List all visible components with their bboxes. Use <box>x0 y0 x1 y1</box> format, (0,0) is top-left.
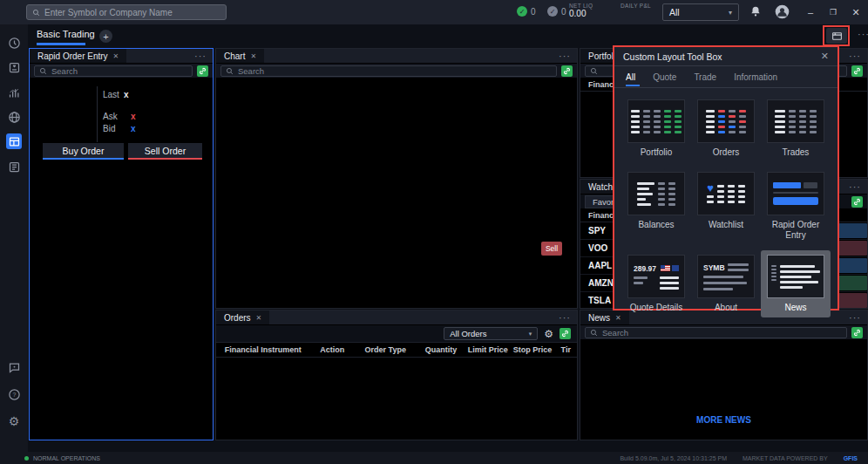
orders-table-icon <box>697 99 755 143</box>
close-icon[interactable]: ✕ <box>250 52 256 60</box>
fills-counter[interactable]: ✓ 0 <box>547 6 566 17</box>
link-group-icon[interactable] <box>197 65 208 77</box>
notifications-bell-icon[interactable] <box>749 5 762 21</box>
link-group-icon[interactable] <box>561 65 573 77</box>
rapid-order-entry-tab[interactable]: Rapid Order Entry ✕ <box>30 49 126 63</box>
link-group-icon[interactable] <box>559 328 571 339</box>
fills-status-icon: ✓ <box>547 6 558 17</box>
chevron-down-icon: ▾ <box>729 9 732 17</box>
status-bar: NORMAL OPERATIONS Build 5.09.0m, Jul 5, … <box>0 452 868 464</box>
close-icon[interactable]: ✕ <box>113 52 119 60</box>
close-icon[interactable]: ✕ <box>256 314 262 322</box>
link-group-icon[interactable] <box>851 196 863 208</box>
news-search-row <box>580 325 867 340</box>
toolbox-tab-trade[interactable]: Trade <box>694 68 716 86</box>
bid-label: Bid <box>103 124 115 133</box>
chart-search-input[interactable] <box>238 66 552 76</box>
toolbox-item-portfolio[interactable]: Portfolio <box>621 95 691 162</box>
minimize-button[interactable]: – <box>800 0 821 24</box>
data-provider[interactable]: GFIS <box>844 455 858 461</box>
top-bar: ✓ 0 ✓ 0 NET LIQ 0.00 DAILY P&L All ▾ – ❐… <box>0 0 868 24</box>
panel-menu-button[interactable]: ··· <box>553 310 577 324</box>
ask-value[interactable]: x <box>131 112 136 121</box>
toolbox-tab-quote[interactable]: Quote <box>653 68 676 86</box>
column-header[interactable]: Stop Price <box>510 345 554 354</box>
watchlist-card-icon[interactable] <box>6 59 22 75</box>
column-header[interactable]: Limit Price <box>465 345 510 354</box>
column-header[interactable]: Action <box>310 345 355 354</box>
close-icon[interactable]: ✕ <box>821 51 829 62</box>
toolbox-item-balances[interactable]: Balances <box>621 167 691 245</box>
flags-icon <box>661 265 679 271</box>
workspace-menu-button[interactable]: ··· <box>851 29 868 39</box>
trading-layout-icon-active[interactable] <box>6 133 22 149</box>
toolbox-item-rapid-order-entry[interactable]: Rapid Order Entry <box>761 167 831 245</box>
feedback-chat-icon[interactable] <box>6 359 22 375</box>
add-workspace-tab-button[interactable]: + <box>99 30 112 43</box>
operations-status: NORMAL OPERATIONS <box>33 455 100 461</box>
rapid-search-box[interactable] <box>34 65 193 77</box>
maximize-button[interactable]: ❐ <box>823 0 844 24</box>
chart-sell-tag[interactable]: Sell <box>541 242 562 256</box>
column-header[interactable]: Tir <box>554 345 577 354</box>
toolbox-titlebar: Custom Layout Tool Box ✕ <box>614 47 837 66</box>
market-data-powered-by: MARKET DATA POWERED BY <box>743 455 828 461</box>
settings-gear-icon[interactable]: ⚙ <box>6 413 22 429</box>
symbol-search-box[interactable] <box>26 4 227 20</box>
rapid-search-input[interactable] <box>51 66 187 76</box>
panel-menu-button[interactable]: ··· <box>843 310 867 324</box>
history-icon[interactable] <box>6 35 22 51</box>
buy-order-button[interactable]: Buy Order <box>43 143 124 160</box>
symbol-search-input[interactable] <box>44 8 220 17</box>
bid-value[interactable]: x <box>131 124 136 133</box>
link-group-icon[interactable] <box>851 65 863 77</box>
chart-tab[interactable]: Chart ✕ <box>216 49 264 63</box>
search-icon <box>590 324 598 340</box>
last-label: Last <box>103 90 119 99</box>
toolbox-item-trades[interactable]: Trades <box>761 95 831 162</box>
globe-icon[interactable] <box>6 109 22 125</box>
panel-menu-button[interactable]: ··· <box>843 49 867 63</box>
watchlist-heart-icon: ♥ <box>697 172 755 215</box>
panel-menu-button[interactable]: ··· <box>553 49 577 63</box>
markets-chart-icon[interactable] <box>6 85 22 100</box>
chart-header: Chart ✕ ··· <box>216 49 577 64</box>
news-search-box[interactable] <box>585 327 847 338</box>
link-group-icon[interactable] <box>851 327 863 338</box>
open-orders-counter[interactable]: ✓ 0 <box>517 6 536 17</box>
account-selector[interactable]: All ▾ <box>662 3 739 21</box>
user-avatar[interactable] <box>775 4 790 23</box>
column-header[interactable]: Quantity <box>417 345 466 354</box>
panel-menu-button[interactable]: ··· <box>188 49 213 63</box>
rapid-order-entry-icon <box>767 172 824 215</box>
orders-settings-gear-icon[interactable]: ⚙ <box>544 329 553 339</box>
close-window-button[interactable]: ✕ <box>845 0 866 24</box>
orders-filter-select[interactable]: All Orders ▾ <box>444 327 538 340</box>
orders-panel: Orders ✕ ··· All Orders ▾ ⚙ Financial In… <box>215 310 578 440</box>
sell-order-button[interactable]: Sell Order <box>128 143 202 160</box>
toolbox-tab-all[interactable]: All <box>626 68 635 86</box>
help-icon[interactable]: ? <box>6 386 22 402</box>
toolbox-tab-information[interactable]: Information <box>734 68 777 86</box>
news-ledger-icon[interactable] <box>6 159 22 174</box>
toolbox-item-about[interactable]: SYMB About <box>691 250 761 317</box>
column-header[interactable]: Order Type <box>355 345 417 354</box>
orders-tab[interactable]: Orders ✕ <box>216 310 269 324</box>
toolbox-item-orders[interactable]: Orders <box>691 95 761 162</box>
toolbox-item-watchlist[interactable]: ♥ Watchlist <box>691 167 761 245</box>
balances-icon <box>627 172 685 215</box>
news-search-input[interactable] <box>602 328 842 338</box>
active-tab-underline <box>37 43 85 45</box>
chart-search-box[interactable] <box>220 65 557 77</box>
more-news-link[interactable]: MORE NEWS <box>580 415 867 425</box>
panel-menu-button[interactable]: ··· <box>843 180 867 194</box>
toolbox-item-news-selected[interactable]: News <box>761 250 831 317</box>
rapid-search-row <box>30 64 213 78</box>
toolbox-item-quote-details[interactable]: 289.97 Quote Details <box>621 250 691 317</box>
custom-layout-toolbox-button[interactable] <box>826 28 847 44</box>
search-icon <box>39 63 47 78</box>
chart-search-row <box>216 64 577 78</box>
orders-header: Orders ✕ ··· <box>216 310 577 325</box>
workspace-tab-basic-trading[interactable]: Basic Trading <box>37 29 95 39</box>
column-header[interactable]: Financial Instrument <box>216 345 310 354</box>
